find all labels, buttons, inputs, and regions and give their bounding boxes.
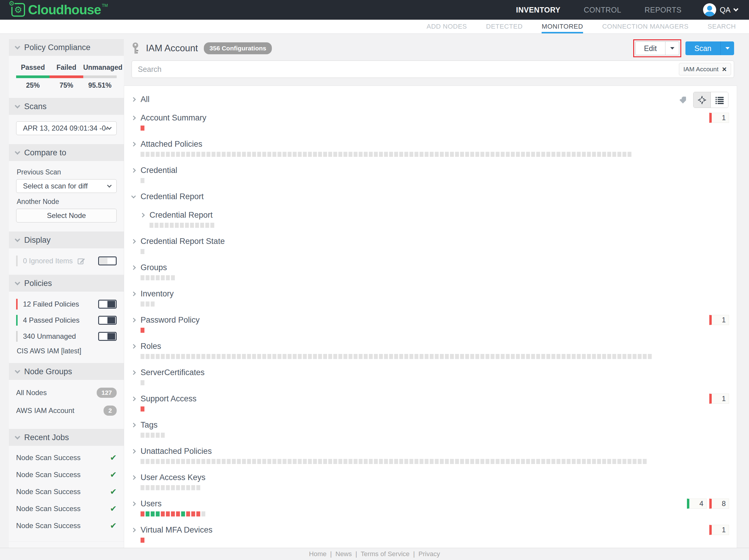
config-square-gray[interactable]: [171, 354, 175, 359]
config-square-gray[interactable]: [227, 152, 231, 157]
config-square-gray[interactable]: [166, 354, 170, 359]
config-square-green[interactable]: [146, 511, 150, 516]
config-square-red[interactable]: [166, 511, 170, 516]
config-square-gray[interactable]: [313, 354, 317, 359]
config-square-gray[interactable]: [648, 354, 652, 359]
config-square-gray[interactable]: [308, 152, 312, 157]
config-square-gray[interactable]: [374, 152, 378, 157]
config-square-gray[interactable]: [374, 459, 378, 464]
config-square-gray[interactable]: [364, 459, 368, 464]
config-square-gray[interactable]: [242, 354, 246, 359]
config-square-gray[interactable]: [526, 459, 530, 464]
config-square-gray[interactable]: [450, 152, 454, 157]
config-square-gray[interactable]: [470, 354, 474, 359]
config-square-gray[interactable]: [567, 354, 571, 359]
previous-scan-select[interactable]: Select a scan for diff: [16, 179, 117, 193]
section-display[interactable]: Display: [9, 232, 124, 248]
config-square-gray[interactable]: [369, 459, 373, 464]
config-square-gray[interactable]: [210, 223, 214, 228]
config-square-gray[interactable]: [166, 459, 170, 464]
config-square-gray[interactable]: [531, 459, 535, 464]
config-square-gray[interactable]: [627, 152, 632, 157]
config-square-gray[interactable]: [420, 354, 424, 359]
section-policy-compliance[interactable]: Policy Compliance: [9, 39, 124, 56]
config-square-gray[interactable]: [217, 459, 220, 464]
config-square-gray[interactable]: [536, 459, 540, 464]
config-square-gray[interactable]: [359, 152, 363, 157]
config-square-gray[interactable]: [552, 152, 555, 157]
sub-nav-item-add-nodes[interactable]: ADD NODES: [426, 20, 467, 33]
config-square-gray[interactable]: [480, 152, 484, 157]
config-square-gray[interactable]: [572, 152, 576, 157]
config-square-gray[interactable]: [141, 275, 145, 280]
config-square-gray[interactable]: [379, 354, 383, 359]
top-nav-item-control[interactable]: CONTROL: [584, 6, 621, 14]
config-square-gray[interactable]: [318, 354, 322, 359]
config-square-gray[interactable]: [313, 459, 317, 464]
config-square-gray[interactable]: [526, 354, 530, 359]
config-square-gray[interactable]: [283, 152, 286, 157]
config-square-gray[interactable]: [541, 354, 545, 359]
remove-filter-icon[interactable]: ×: [722, 65, 727, 73]
config-square-gray[interactable]: [298, 459, 302, 464]
sub-nav-item-connection-managers[interactable]: CONNECTION MANAGERS: [602, 20, 688, 33]
config-row-header[interactable]: Attached Policies: [131, 139, 737, 149]
config-square-gray[interactable]: [175, 223, 179, 228]
config-square-gray[interactable]: [414, 459, 419, 464]
section-policies[interactable]: Policies: [9, 275, 124, 292]
config-square-gray[interactable]: [445, 152, 449, 157]
config-square-gray[interactable]: [384, 354, 388, 359]
config-square-gray[interactable]: [328, 459, 332, 464]
config-square-red[interactable]: [161, 511, 165, 516]
config-row-header[interactable]: Unattached Policies: [131, 446, 737, 456]
config-square-green[interactable]: [151, 511, 155, 516]
config-square-gray[interactable]: [151, 485, 155, 490]
scan-dropdown-button[interactable]: [720, 41, 734, 55]
config-square-gray[interactable]: [252, 152, 256, 157]
config-square-gray[interactable]: [171, 275, 175, 280]
config-square-gray[interactable]: [338, 152, 342, 157]
config-square-gray[interactable]: [475, 152, 479, 157]
config-square-gray[interactable]: [394, 354, 398, 359]
config-square-gray[interactable]: [156, 433, 159, 438]
config-square-gray[interactable]: [541, 152, 545, 157]
config-square-gray[interactable]: [404, 459, 408, 464]
config-square-gray[interactable]: [369, 354, 373, 359]
config-square-gray[interactable]: [445, 354, 449, 359]
config-square-red[interactable]: [141, 126, 145, 131]
config-square-gray[interactable]: [242, 459, 246, 464]
config-square-gray[interactable]: [303, 152, 307, 157]
config-square-gray[interactable]: [557, 459, 560, 464]
config-square-gray[interactable]: [338, 354, 342, 359]
config-square-gray[interactable]: [298, 152, 302, 157]
sub-nav-item-search[interactable]: SEARCH: [708, 20, 736, 33]
config-square-gray[interactable]: [577, 152, 581, 157]
config-square-gray[interactable]: [440, 152, 444, 157]
config-square-gray[interactable]: [643, 459, 647, 464]
config-square-gray[interactable]: [146, 301, 150, 307]
config-square-gray[interactable]: [430, 354, 433, 359]
config-square-gray[interactable]: [521, 152, 525, 157]
config-square-gray[interactable]: [201, 459, 205, 464]
config-square-gray[interactable]: [155, 223, 158, 228]
config-square-gray[interactable]: [627, 459, 632, 464]
config-square-gray[interactable]: [278, 459, 281, 464]
section-recent-jobs[interactable]: Recent Jobs: [9, 429, 124, 446]
node-group-item[interactable]: AWS IAM Account2: [16, 406, 117, 416]
config-square-gray[interactable]: [176, 459, 180, 464]
config-row-header[interactable]: Tags: [131, 420, 737, 430]
config-square-gray[interactable]: [374, 354, 378, 359]
config-square-gray[interactable]: [146, 275, 150, 280]
config-square-gray[interactable]: [384, 459, 388, 464]
config-square-gray[interactable]: [181, 459, 185, 464]
config-square-gray[interactable]: [597, 354, 601, 359]
config-square-gray[interactable]: [348, 152, 352, 157]
config-square-gray[interactable]: [511, 354, 515, 359]
config-square-gray[interactable]: [146, 485, 150, 490]
config-square-gray[interactable]: [394, 459, 398, 464]
config-square-gray[interactable]: [364, 152, 368, 157]
config-square-gray[interactable]: [460, 354, 464, 359]
config-square-gray[interactable]: [592, 354, 596, 359]
config-square-gray[interactable]: [151, 459, 155, 464]
config-square-gray[interactable]: [414, 152, 419, 157]
